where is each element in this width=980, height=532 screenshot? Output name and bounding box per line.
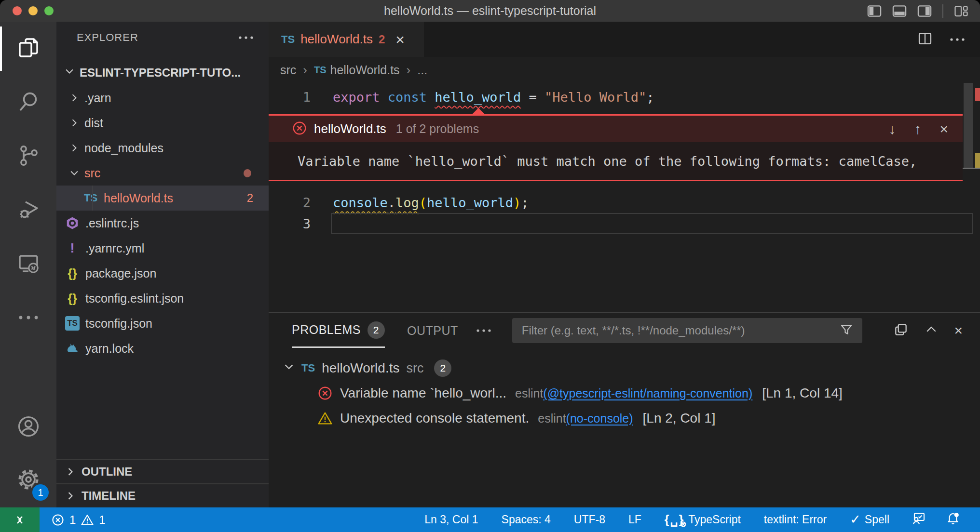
problems-group-path: src xyxy=(406,361,423,376)
customize-layout-icon[interactable] xyxy=(954,4,968,18)
workspace-section-header[interactable]: ESLINT-TYPESCRIPT-TUTO... xyxy=(56,60,269,85)
file-row-src[interactable]: src xyxy=(56,160,269,186)
maximize-panel-icon[interactable] xyxy=(924,322,939,339)
code-editor[interactable]: 1export const hello_world = "Hello World… xyxy=(269,83,980,312)
group-by-icon[interactable] xyxy=(893,322,909,339)
activity-explorer[interactable] xyxy=(0,22,56,76)
toggle-panel-icon[interactable] xyxy=(892,5,907,17)
explorer-sidebar: EXPLORER ESLINT-TYPESCRIPT-TUTO... .yarn… xyxy=(56,22,269,507)
typescript-file-icon: TS xyxy=(281,33,295,46)
activity-source-control[interactable] xyxy=(0,130,56,184)
close-panel-icon[interactable]: × xyxy=(954,322,963,339)
tab-output[interactable]: OUTPUT xyxy=(407,313,458,348)
overview-ruler-error-marker xyxy=(975,88,980,101)
toggle-primary-sidebar-icon[interactable] xyxy=(867,5,882,17)
file-row-dist[interactable]: dist xyxy=(56,110,269,135)
file-row-node_modules[interactable]: node_modules xyxy=(56,135,269,160)
peek-file-name: helloWorld.ts xyxy=(314,121,386,136)
code-line-1[interactable]: 1export const hello_world = "Hello World… xyxy=(269,86,980,107)
sidebar-title: EXPLORER xyxy=(77,31,138,44)
activity-search[interactable] xyxy=(0,76,56,130)
status-spell[interactable]: ✓ Spell xyxy=(848,513,891,526)
next-problem-icon[interactable]: ↓ xyxy=(888,121,896,137)
titlebar-divider xyxy=(942,4,943,18)
settings-button[interactable]: 1 xyxy=(0,453,56,507)
feedback-icon[interactable] xyxy=(911,511,926,529)
previous-problem-icon[interactable]: ↑ xyxy=(914,121,921,137)
git-branch-icon xyxy=(17,144,40,169)
problems-tab-label: PROBLEMS xyxy=(292,323,361,337)
chevron-right-icon xyxy=(68,118,81,128)
tab-close-icon[interactable]: × xyxy=(395,32,405,47)
filter-icon[interactable] xyxy=(839,322,854,339)
status-indentation[interactable]: Spaces: 4 xyxy=(500,513,553,526)
problems-file-group[interactable]: TS helloWorld.ts src 2 xyxy=(269,356,980,381)
breadcrumb-file[interactable]: helloWorld.ts xyxy=(330,63,400,77)
title-bar: helloWorld.ts — eslint-typescript-tutori… xyxy=(0,0,980,22)
status-language[interactable]: {␣}⊗ TypeScript xyxy=(663,513,743,527)
status-textlint[interactable]: textlint: Error xyxy=(762,513,829,526)
file-name: tsconfig.eslint.json xyxy=(85,292,184,306)
timeline-section[interactable]: TIMELINE xyxy=(56,483,269,507)
chevron-right-icon xyxy=(68,143,81,153)
file-row-tsconfig.json[interactable]: TStsconfig.json xyxy=(56,311,269,336)
accounts-button[interactable] xyxy=(0,401,56,453)
timeline-label: TIMELINE xyxy=(82,489,136,503)
json-file-icon: {} xyxy=(64,266,81,280)
editor-more-actions-icon[interactable] xyxy=(949,35,966,44)
problems-filter[interactable] xyxy=(512,318,862,343)
problems-tree: TS helloWorld.ts src 2 Variable name `he… xyxy=(269,348,980,431)
status-warning-count: 1 xyxy=(99,513,105,527)
problem-rule-link[interactable]: (@typescript-eslint/naming-convention) xyxy=(543,386,752,400)
status-problems[interactable]: 1 1 xyxy=(49,513,108,527)
breadcrumb-folder[interactable]: src xyxy=(280,63,296,77)
problem-message: Variable name `hello_worl... xyxy=(340,386,506,401)
status-eol[interactable]: LF xyxy=(626,513,643,526)
json-file-icon: {} xyxy=(64,292,81,306)
notifications-bell-icon[interactable] xyxy=(945,511,961,529)
scrollbar-slider[interactable] xyxy=(964,83,973,169)
problem-row-warning[interactable]: Unexpected console statement.eslint(no-c… xyxy=(269,406,980,431)
files-icon xyxy=(17,36,40,61)
file-name: helloWorld.ts xyxy=(104,191,173,205)
file-row-helloWorld.ts[interactable]: TShelloWorld.ts2 xyxy=(56,186,269,211)
chevron-right-icon: › xyxy=(407,63,411,78)
status-line-col[interactable]: Ln 3, Col 1 xyxy=(422,513,480,526)
line-number: 1 xyxy=(269,90,333,105)
file-row-tsconfig.eslint.json[interactable]: {}tsconfig.eslint.json xyxy=(56,286,269,311)
problems-filter-input[interactable] xyxy=(521,323,839,338)
problems-group-badge: 2 xyxy=(434,359,451,377)
file-row-.yarn[interactable]: .yarn xyxy=(56,85,269,110)
vscode-window: helloWorld.ts — eslint-typescript-tutori… xyxy=(0,0,980,532)
problem-row-error[interactable]: Variable name `hello_worl...eslint(@type… xyxy=(269,381,980,406)
tab-bar: TS helloWorld.ts 2 × xyxy=(269,22,980,57)
problem-rule-link[interactable]: (no-console) xyxy=(566,412,633,425)
error-icon xyxy=(292,120,307,138)
activity-more-actions[interactable] xyxy=(0,292,56,346)
activity-run-debug[interactable] xyxy=(0,184,56,238)
status-encoding[interactable]: UTF-8 xyxy=(572,513,607,526)
activity-bar: 1 xyxy=(0,22,56,507)
activity-remote-explorer[interactable] xyxy=(0,238,56,292)
breadcrumb-symbol[interactable]: ... xyxy=(417,63,427,77)
editor-scrollbar[interactable] xyxy=(963,83,980,312)
explorer-more-actions-icon[interactable] xyxy=(238,33,254,42)
tab-problems[interactable]: PROBLEMS 2 xyxy=(292,313,385,348)
remote-indicator[interactable] xyxy=(0,507,40,532)
peek-close-icon[interactable]: × xyxy=(939,121,948,137)
file-row-.eslintrc.js[interactable]: .eslintrc.js xyxy=(56,211,269,236)
problems-count: 2 xyxy=(247,191,253,205)
search-icon xyxy=(17,90,40,115)
code-line-2[interactable]: 2console.log(hello_world); xyxy=(269,192,980,213)
file-row-.yarnrc.yml[interactable]: !.yarnrc.yml xyxy=(56,236,269,261)
file-row-yarn.lock[interactable]: yarn.lock xyxy=(56,336,269,361)
outline-label: OUTLINE xyxy=(82,465,132,479)
panel-more-tabs-icon[interactable] xyxy=(476,326,492,335)
file-row-package.json[interactable]: {}package.json xyxy=(56,261,269,286)
tab-helloworld[interactable]: TS helloWorld.ts 2 × xyxy=(269,22,424,57)
code-line-3[interactable]: 3 xyxy=(269,213,980,234)
outline-section[interactable]: OUTLINE xyxy=(56,459,269,483)
split-editor-icon[interactable] xyxy=(917,31,933,48)
toggle-secondary-sidebar-icon[interactable] xyxy=(917,5,932,17)
problems-dot-badge xyxy=(244,169,251,177)
